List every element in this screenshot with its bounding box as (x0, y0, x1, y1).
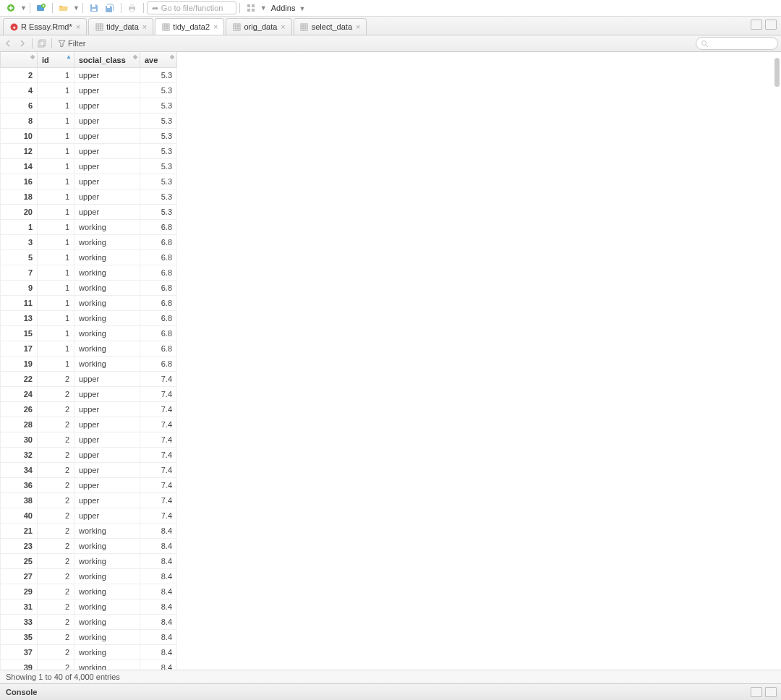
table-row[interactable]: 11working6.8 (1, 220, 177, 235)
table-row[interactable]: 141upper5.3 (1, 159, 177, 174)
rownum-cell: 14 (1, 159, 38, 174)
table-row[interactable]: 402upper7.4 (1, 508, 177, 524)
table-row[interactable]: 372working8.4 (1, 645, 177, 660)
data-viewer[interactable]: ◆ id▲ social_class◆ ave◆ 21upper5.341upp… (0, 52, 781, 670)
new-project-button[interactable] (34, 1, 48, 14)
table-row[interactable]: 191working6.8 (1, 357, 177, 372)
close-tab-button[interactable]: × (142, 22, 147, 31)
popout-button[interactable] (35, 38, 48, 49)
table-row[interactable]: 222upper7.4 (1, 372, 177, 387)
table-row[interactable]: 71working6.8 (1, 265, 177, 281)
new-file-button[interactable] (4, 1, 18, 14)
table-row[interactable]: 111working6.8 (1, 296, 177, 311)
rownum-cell: 8 (1, 114, 38, 129)
minimize-console-button[interactable] (751, 687, 762, 697)
chevron-down-icon[interactable]: ▼ (20, 4, 27, 12)
tab-orig-data[interactable]: orig_data× (226, 18, 291, 35)
table-row[interactable]: 252working8.4 (1, 554, 177, 569)
table-row[interactable]: 61upper5.3 (1, 98, 177, 114)
table-row[interactable]: 282upper7.4 (1, 417, 177, 432)
table-row[interactable]: 121upper5.3 (1, 144, 177, 159)
id-cell: 1 (38, 98, 74, 114)
table-row[interactable]: 91working6.8 (1, 281, 177, 296)
ave-cell: 6.8 (140, 341, 177, 357)
print-button[interactable] (125, 1, 140, 14)
goto-file-function-input[interactable]: ➦ Go to file/function (147, 1, 236, 14)
close-tab-button[interactable]: × (76, 22, 80, 31)
ave-cell: 8.4 (140, 660, 177, 670)
tab-tidy-data2[interactable]: tidy_data2× (155, 18, 224, 35)
ave-header[interactable]: ave◆ (140, 52, 177, 68)
table-row[interactable]: 151working6.8 (1, 326, 177, 341)
table-row[interactable]: 352working8.4 (1, 630, 177, 645)
ave-cell: 6.8 (140, 235, 177, 250)
social-class-cell: upper (74, 129, 140, 144)
table-row[interactable]: 302upper7.4 (1, 432, 177, 448)
rownum-cell: 11 (1, 296, 38, 311)
tab-tidy-data[interactable]: tidy_data× (88, 18, 153, 35)
table-row[interactable]: 81upper5.3 (1, 114, 177, 129)
rownum-cell: 40 (1, 508, 38, 524)
table-row[interactable]: 392working8.4 (1, 660, 177, 670)
table-row[interactable]: 382upper7.4 (1, 493, 177, 508)
rownum-cell: 37 (1, 645, 38, 660)
table-row[interactable]: 242upper7.4 (1, 387, 177, 402)
maximize-console-button[interactable] (765, 687, 777, 697)
save-button[interactable] (87, 1, 101, 14)
close-tab-button[interactable]: × (356, 22, 360, 31)
id-cell: 2 (38, 448, 74, 463)
nav-back-button[interactable] (3, 38, 16, 49)
maximize-pane-button[interactable] (765, 20, 777, 30)
console-pane-header[interactable]: Console (0, 683, 781, 700)
table-row[interactable]: 292working8.4 (1, 584, 177, 599)
svg-rect-20 (163, 24, 169, 30)
ave-cell: 7.4 (140, 508, 177, 524)
table-row[interactable]: 21upper5.3 (1, 68, 177, 83)
id-cell: 2 (38, 584, 74, 599)
id-cell: 2 (38, 630, 74, 645)
table-row[interactable]: 312working8.4 (1, 599, 177, 615)
addins-menu[interactable]: Addins ▼ (267, 4, 310, 12)
scrollbar-thumb[interactable] (774, 58, 780, 87)
search-input[interactable] (696, 37, 778, 50)
rownum-header[interactable]: ◆ (1, 52, 38, 68)
table-row[interactable]: 161upper5.3 (1, 174, 177, 189)
close-tab-button[interactable]: × (281, 22, 285, 31)
rownum-cell: 10 (1, 129, 38, 144)
tab-r-essay-rmd-[interactable]: ●R Essay.Rmd*× (3, 18, 87, 35)
grid-view-button[interactable] (244, 1, 258, 14)
nav-forward-button[interactable] (16, 38, 29, 49)
social-class-header[interactable]: social_class◆ (74, 52, 140, 68)
table-row[interactable]: 212working8.4 (1, 524, 177, 539)
table-row[interactable]: 41upper5.3 (1, 83, 177, 98)
table-row[interactable]: 31working6.8 (1, 235, 177, 250)
tab-select-data[interactable]: select_data× (294, 18, 367, 35)
table-row[interactable]: 171working6.8 (1, 341, 177, 357)
social-class-cell: upper (74, 372, 140, 387)
minimize-pane-button[interactable] (751, 20, 762, 30)
rownum-cell: 24 (1, 387, 38, 402)
table-row[interactable]: 131working6.8 (1, 311, 177, 326)
open-file-button[interactable] (56, 1, 71, 14)
table-row[interactable]: 51working6.8 (1, 250, 177, 265)
table-row[interactable]: 201upper5.3 (1, 205, 177, 220)
rownum-cell: 34 (1, 463, 38, 478)
table-row[interactable]: 332working8.4 (1, 615, 177, 630)
svg-rect-36 (40, 40, 46, 46)
save-all-button[interactable] (103, 1, 117, 14)
table-row[interactable]: 322upper7.4 (1, 448, 177, 463)
table-row[interactable]: 262upper7.4 (1, 402, 177, 417)
chevron-down-icon[interactable]: ▼ (260, 4, 267, 12)
id-header[interactable]: id▲ (38, 52, 74, 68)
table-row[interactable]: 232working8.4 (1, 539, 177, 554)
table-row[interactable]: 101upper5.3 (1, 129, 177, 144)
table-row[interactable]: 272working8.4 (1, 569, 177, 584)
table-row[interactable]: 362upper7.4 (1, 478, 177, 493)
close-tab-button[interactable]: × (213, 22, 218, 31)
chevron-down-icon[interactable]: ▼ (73, 4, 80, 12)
table-row[interactable]: 342upper7.4 (1, 463, 177, 478)
filter-button[interactable]: Filter (55, 39, 88, 48)
table-row[interactable]: 181upper5.3 (1, 189, 177, 205)
id-cell: 2 (38, 417, 74, 432)
rownum-cell: 13 (1, 311, 38, 326)
